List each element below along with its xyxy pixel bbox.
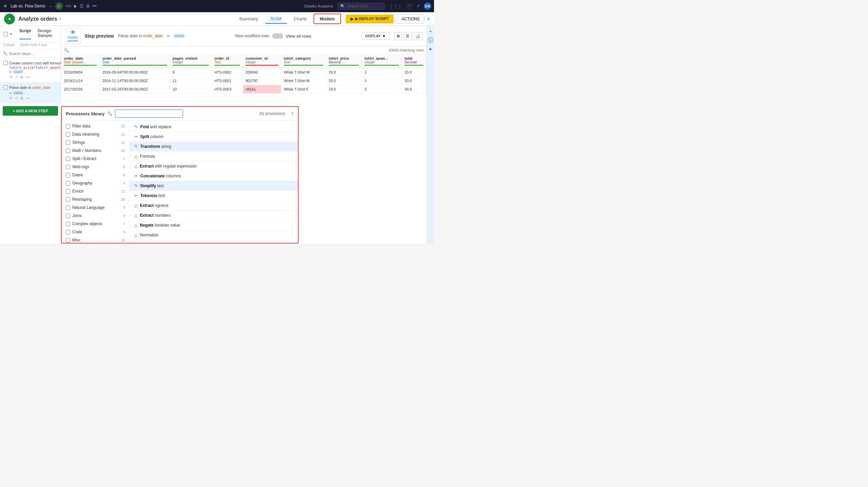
proc-split-column[interactable]: ✂ Split column [130,132,298,142]
trend-icon[interactable]: ↗ [416,4,420,8]
actions-button[interactable]: ACTIONS [397,14,424,24]
proc-extract-ngrams[interactable]: △ Extract ngrams [130,201,298,211]
list-view-button[interactable]: ☰ [403,32,412,40]
proc-negate-boolean[interactable]: △ Negate boolean value [130,220,298,230]
col-total[interactable]: total Decimal [402,54,427,68]
toggle-modified[interactable] [272,33,283,39]
cat-cleansing-checkbox[interactable] [66,132,70,137]
checkbox-all[interactable]: ▼ [3,28,13,39]
apps-grid-icon[interactable]: ⋮⋮⋮ [389,4,402,9]
table-search-icon[interactable]: 🔍 [64,48,69,53]
select-all-checkbox[interactable] [3,32,8,36]
sidebar-plus-icon[interactable]: + [429,28,432,34]
col-tshirt-category[interactable]: tshirt_category Text [281,54,326,68]
cat-joins-checkbox[interactable] [66,214,70,218]
refresh-icon[interactable]: ↺ [15,75,18,79]
col-customer-id[interactable]: customer_id Integer [243,54,281,68]
cat-nlp-checkbox[interactable] [66,206,70,210]
processors-search-input[interactable] [115,110,183,118]
col-order-date-parsed[interactable]: order_date_parsed Date [99,54,170,68]
rows-link[interactable]: 10000 [174,34,185,38]
refresh-icon[interactable]: ↺ [15,96,18,100]
cat-complex-checkbox[interactable] [66,222,70,226]
topbar-more-icon[interactable]: ••• [92,4,97,8]
cat-dates[interactable]: Dates 8 [62,171,129,179]
display-button[interactable]: DISPLAY ▼ [361,32,390,40]
cat-complex-objects[interactable]: Complex objects 7 [62,220,129,228]
sidebar-plus-icon[interactable]: + [427,16,430,22]
info-icon[interactable]: ℹ [59,16,61,21]
proc-normalize[interactable]: △ Normalize [130,230,298,240]
topbar-play-icon[interactable]: ▶ [74,4,77,8]
cat-data-cleansing[interactable]: Data cleansing 11 [62,130,129,138]
cat-reshaping-checkbox[interactable] [66,197,70,202]
col-tshirt-quan[interactable]: tshirt_quan... Integer [362,54,402,68]
cat-code[interactable]: Code 4 [62,228,129,236]
proc-simplify-text[interactable]: ✎ Simplify text [130,181,298,191]
grid-view-button[interactable]: ⊞ [394,32,402,40]
nav-item-charts[interactable]: Charts [288,14,312,23]
cat-filter-data[interactable]: Filter data 13 [62,122,129,130]
cat-web-logs[interactable]: Web logs 6 [62,163,129,171]
pencil-icon[interactable]: ✏ [167,34,170,38]
tab-design[interactable]: Design Sample [38,28,57,39]
proc-formula[interactable]: △ Formula [130,152,298,161]
proc-extract-numbers[interactable]: △ Extract numbers [130,211,298,220]
step1-checkbox[interactable] [3,61,8,65]
step-parse-date[interactable]: Parse date in order_date ✏ 10000 👁 ↺ 🗑 •… [0,82,61,103]
chart-view-button[interactable]: 📊 [413,32,422,40]
deploy-script-button[interactable]: ▶ ▶ DEPLOY SCRIPT [346,15,394,23]
avatar[interactable]: DA [424,2,431,10]
cat-split-checkbox[interactable] [66,157,70,161]
cat-geo-checkbox[interactable] [66,181,70,186]
cat-code-checkbox[interactable] [66,230,70,234]
cat-reshaping[interactable]: Reshaping 16 [62,195,129,203]
search-steps-input[interactable] [9,52,58,56]
topbar-code-icon[interactable]: </> [65,4,71,8]
cat-enrich[interactable]: Enrich 11 [62,187,129,195]
eye-icon[interactable]: 👁 [9,96,13,100]
close-icon[interactable]: × [291,111,294,117]
eye-icon[interactable]: 👁 [9,75,13,79]
nav-item-script[interactable]: Script [265,14,287,24]
cat-split-extract[interactable]: Split / Extract 7 [62,155,129,163]
chevron-icon[interactable]: ▼ [9,32,13,36]
col-tshirt-price[interactable]: tshirt_price Decimal [326,54,361,68]
col-order-date[interactable]: order_date Date (unpars... [61,54,99,68]
cat-joins[interactable]: Joins 3 [62,212,129,220]
add-step-button[interactable]: + ADD A NEW STEP [3,106,58,116]
delete-icon[interactable]: 🗑 [20,96,24,100]
proc-tokenize[interactable]: ✂ Tokenize text [130,191,298,201]
col-pages-visited[interactable]: pages_visited Integer [170,54,211,68]
nav-item-models[interactable]: Models [314,14,341,24]
cat-geography[interactable]: Geography 9 [62,179,129,187]
topbar-grid-icon[interactable]: ⊞ [86,4,90,8]
cat-natural-language[interactable]: Natural Language 5 [62,203,129,212]
more-icon[interactable]: ••• [26,96,30,100]
proc-transform-string[interactable]: ✎ Transform string [130,142,298,152]
col-order-id[interactable]: order_id Text [211,54,243,68]
topbar-arrow-icon[interactable]: → [48,4,53,9]
delete-icon[interactable]: 🗑 [20,75,24,79]
proc-concatenate[interactable]: ✂ Concatenate columns [130,171,298,181]
cat-misc-checkbox[interactable] [66,238,70,242]
help-icon[interactable]: ? [406,3,412,9]
search-bar[interactable]: 🔍 Search DSS... [337,3,385,10]
cat-math-numbers[interactable]: Math / Numbers 15 [62,147,129,155]
nav-item-summary[interactable]: Summary [234,14,264,23]
step-create-total[interactable]: Create column total with formula tshirt_… [0,58,61,82]
cat-dates-checkbox[interactable] [66,173,70,177]
cat-strings[interactable]: Strings 11 [62,138,129,147]
cat-misc[interactable]: Misc 10 [62,236,129,243]
cat-filter-checkbox[interactable] [66,124,70,129]
topbar-list-icon[interactable]: ☰ [80,4,83,8]
sidebar-info-icon[interactable]: ℹ [428,37,433,43]
step2-checkbox[interactable] [3,85,8,90]
cat-math-checkbox[interactable] [66,149,70,153]
sidebar-dot-icon[interactable]: ● [429,46,432,52]
tab-script[interactable]: Script [19,28,31,39]
proc-extract-regex[interactable]: △ Extract with regular expression [130,161,298,171]
proc-find-replace[interactable]: ✎ Find and replace [130,122,298,132]
cat-weblogs-checkbox[interactable] [66,165,70,169]
cat-enrich-checkbox[interactable] [66,189,70,194]
